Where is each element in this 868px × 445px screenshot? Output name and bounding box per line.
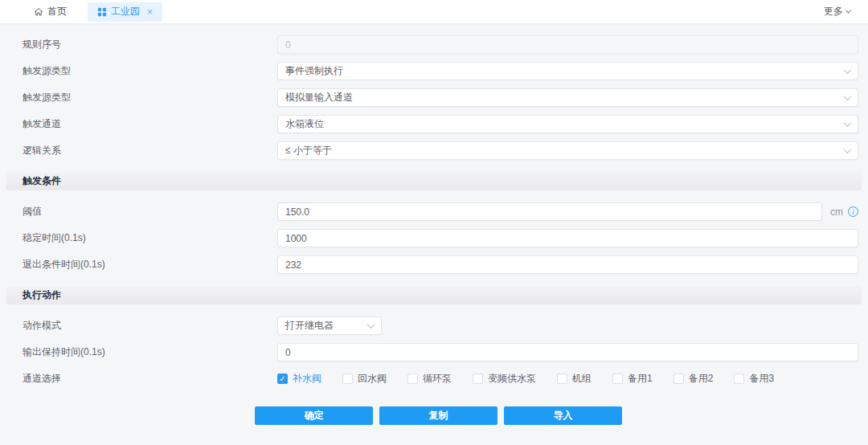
tab-bar: 首页 工业园 × 更多 bbox=[0, 0, 868, 24]
confirm-button[interactable]: 确定 bbox=[255, 406, 373, 425]
section-title: 执行动作 bbox=[23, 288, 61, 302]
channel-checkbox-item[interactable]: 机组 bbox=[557, 372, 592, 386]
channel-checkbox-item[interactable]: 备用1 bbox=[612, 372, 653, 386]
chevron-down-icon bbox=[367, 320, 375, 329]
channel-checkbox-item[interactable]: 回水阀 bbox=[342, 372, 387, 386]
form-row-output-hold-time: 输出保持时间(0.1s) 0 bbox=[0, 339, 868, 365]
form-row-exit-condition-time: 退出条件时间(0.1s) 232 bbox=[0, 251, 868, 278]
section-header-trigger-condition: 触发条件 bbox=[6, 172, 862, 190]
import-button[interactable]: 导入 bbox=[504, 406, 622, 425]
channel-checkbox-item[interactable]: 备用2 bbox=[674, 372, 714, 386]
checkbox-unchecked-icon[interactable] bbox=[612, 374, 623, 384]
info-icon[interactable]: i bbox=[848, 206, 858, 217]
channel-checkbox-label: 备用3 bbox=[749, 372, 774, 386]
channel-checkbox-label: 备用2 bbox=[689, 372, 714, 386]
checkbox-unchecked-icon[interactable] bbox=[407, 374, 418, 384]
tab-industrial-park-label: 工业园 bbox=[111, 5, 140, 18]
trigger-source-type-select-1[interactable]: 事件强制执行 bbox=[277, 62, 858, 80]
channel-checkbox-label: 备用1 bbox=[628, 372, 653, 386]
copy-button[interactable]: 复制 bbox=[379, 406, 497, 425]
form-row-threshold: 阈值 150.0 cm i bbox=[0, 198, 868, 225]
channel-checkbox-group: ✓补水阀回水阀循环泵变频供水泵机组备用1备用2备用3 bbox=[277, 372, 774, 386]
channel-checkbox-label: 补水阀 bbox=[293, 372, 321, 386]
chevron-down-icon bbox=[844, 145, 852, 153]
form-row-channel-select: 通道选择 ✓补水阀回水阀循环泵变频供水泵机组备用1备用2备用3 bbox=[0, 365, 868, 392]
field-label: 通道选择 bbox=[23, 372, 277, 386]
chevron-down-icon bbox=[844, 119, 852, 127]
field-label: 动作模式 bbox=[23, 319, 277, 333]
field-label: 输出保持时间(0.1s) bbox=[23, 345, 277, 359]
threshold-input[interactable]: 150.0 bbox=[277, 202, 822, 221]
logic-relation-select[interactable]: ≤ 小于等于 bbox=[277, 141, 858, 160]
checkbox-unchecked-icon[interactable] bbox=[473, 374, 483, 384]
button-row: 确定 复制 导入 bbox=[255, 406, 868, 425]
field-label: 退出条件时间(0.1s) bbox=[23, 258, 277, 271]
form-row-action-mode: 动作模式 打开继电器 bbox=[0, 312, 868, 339]
field-label: 触发源类型 bbox=[23, 91, 277, 104]
close-tab-icon[interactable]: × bbox=[147, 7, 153, 17]
channel-checkbox-label: 回水阀 bbox=[358, 372, 387, 386]
tab-home-label: 首页 bbox=[47, 5, 67, 18]
checkbox-unchecked-icon[interactable] bbox=[557, 374, 567, 384]
field-label: 触发源类型 bbox=[23, 64, 277, 78]
checkbox-unchecked-icon[interactable] bbox=[674, 374, 684, 384]
chevron-down-icon bbox=[844, 66, 852, 74]
channel-checkbox-item[interactable]: 循环泵 bbox=[407, 372, 452, 386]
form-panel: 规则序号 0 触发源类型 事件强制执行 触发源类型 模拟量输入通道 触发通道 bbox=[0, 24, 868, 425]
rule-no-input: 0 bbox=[277, 35, 858, 54]
channel-checkbox-label: 变频供水泵 bbox=[488, 372, 536, 386]
field-label: 稳定时间(0.1s) bbox=[23, 231, 277, 245]
stable-time-input[interactable]: 1000 bbox=[277, 229, 858, 247]
channel-checkbox-label: 机组 bbox=[572, 372, 592, 386]
section-title: 触发条件 bbox=[23, 174, 61, 188]
more-label: 更多 bbox=[824, 5, 843, 18]
form-row-rule-no: 规则序号 0 bbox=[0, 31, 868, 58]
tab-home[interactable]: 首页 bbox=[24, 2, 76, 22]
output-hold-time-input[interactable]: 0 bbox=[277, 343, 858, 361]
trigger-channel-select[interactable]: 水箱液位 bbox=[277, 115, 858, 133]
section-header-action: 执行动作 bbox=[6, 286, 862, 304]
more-dropdown[interactable]: 更多 bbox=[824, 5, 850, 18]
home-icon bbox=[34, 7, 43, 17]
form-row-logic-relation: 逻辑关系 ≤ 小于等于 bbox=[0, 137, 868, 164]
chevron-down-icon bbox=[844, 92, 852, 100]
field-label: 逻辑关系 bbox=[23, 144, 277, 157]
form-row-trigger-source-type-1: 触发源类型 事件强制执行 bbox=[0, 58, 868, 84]
field-label: 阈值 bbox=[23, 205, 277, 218]
form-row-trigger-channel: 触发通道 水箱液位 bbox=[0, 111, 868, 137]
chevron-down-icon bbox=[845, 8, 851, 14]
checkbox-checked-icon[interactable]: ✓ bbox=[277, 374, 288, 384]
action-mode-select[interactable]: 打开继电器 bbox=[277, 316, 382, 335]
unit-label: cm bbox=[830, 206, 843, 218]
trigger-source-type-select-2[interactable]: 模拟量输入通道 bbox=[277, 88, 858, 107]
checkbox-unchecked-icon[interactable] bbox=[342, 374, 353, 384]
form-row-trigger-source-type-2: 触发源类型 模拟量输入通道 bbox=[0, 84, 868, 111]
form-row-stable-time: 稳定时间(0.1s) 1000 bbox=[0, 225, 868, 251]
tab-industrial-park[interactable]: 工业园 × bbox=[88, 2, 162, 22]
channel-checkbox-item[interactable]: 备用3 bbox=[734, 372, 774, 386]
channel-checkbox-item[interactable]: ✓补水阀 bbox=[277, 372, 321, 386]
channel-checkbox-item[interactable]: 变频供水泵 bbox=[473, 372, 536, 386]
field-label: 规则序号 bbox=[23, 38, 277, 51]
channel-checkbox-label: 循环泵 bbox=[423, 372, 452, 386]
field-label: 触发通道 bbox=[23, 117, 277, 131]
exit-condition-time-input[interactable]: 232 bbox=[277, 255, 858, 274]
grid-icon bbox=[97, 7, 107, 17]
checkbox-unchecked-icon[interactable] bbox=[734, 374, 744, 384]
